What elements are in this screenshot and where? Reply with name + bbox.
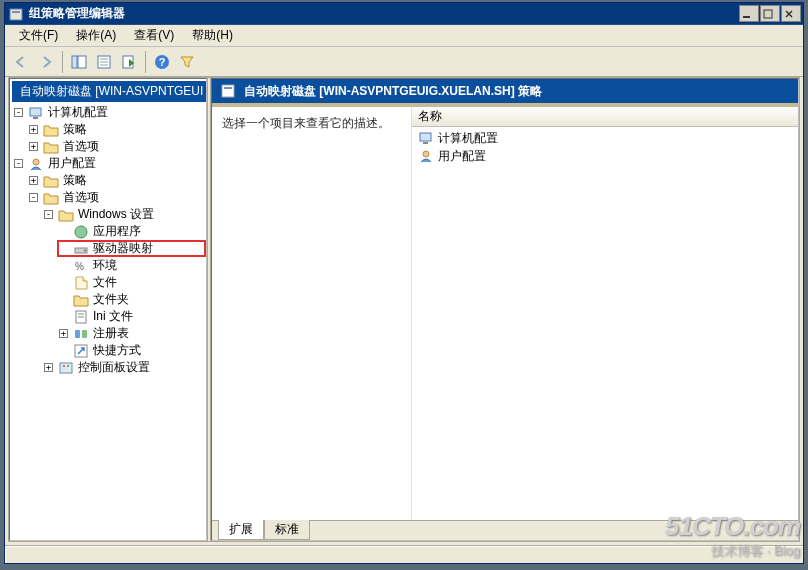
svg-rect-29 <box>60 363 72 373</box>
column-header-name[interactable]: 名称 <box>412 107 798 127</box>
tree-node-environment[interactable]: 环境 <box>91 257 119 274</box>
tree-node-preferences[interactable]: 首选项 <box>61 189 101 206</box>
svg-point-19 <box>75 226 87 238</box>
list-items: 计算机配置 用户配置 <box>412 127 798 165</box>
window-controls <box>739 5 801 22</box>
tree-node-user-config[interactable]: 用户配置 <box>46 155 98 172</box>
detail-header: 自动映射磁盘 [WIN-ASVPNTGEUIG.XUELAN.SH] 策略 <box>212 79 798 107</box>
expander-minus-icon[interactable]: - <box>29 193 38 202</box>
titlebar: 组策略管理编辑器 <box>5 3 803 25</box>
svg-rect-17 <box>33 117 38 119</box>
svg-point-18 <box>33 159 39 165</box>
window-title: 组策略管理编辑器 <box>29 5 125 22</box>
computer-icon <box>28 105 44 121</box>
show-hide-tree-button[interactable] <box>67 50 91 74</box>
expander-plus-icon[interactable]: + <box>59 329 68 338</box>
toolbar: ? <box>5 47 803 77</box>
close-button[interactable] <box>781 5 801 22</box>
drive-icon <box>73 241 89 257</box>
tree-node-applications[interactable]: 应用程序 <box>91 223 143 240</box>
toolbar-separator <box>62 51 63 73</box>
description-column: 选择一个项目来查看它的描述。 <box>212 107 412 520</box>
menu-action[interactable]: 操作(A) <box>68 25 124 46</box>
files-icon <box>73 275 89 291</box>
list-item-label: 用户配置 <box>438 148 486 165</box>
filter-button[interactable] <box>175 50 199 74</box>
menubar: 文件(F) 操作(A) 查看(V) 帮助(H) <box>5 25 803 47</box>
expander-minus-icon[interactable]: - <box>14 108 23 117</box>
tree-node-files[interactable]: 文件 <box>91 274 119 291</box>
tree-node-policies[interactable]: 策略 <box>61 172 89 189</box>
maximize-button[interactable] <box>760 5 780 22</box>
svg-text:?: ? <box>159 56 166 68</box>
menu-file[interactable]: 文件(F) <box>11 25 66 46</box>
folder-icon <box>43 139 59 155</box>
help-button[interactable]: ? <box>150 50 174 74</box>
back-button[interactable] <box>9 50 33 74</box>
content-area: 自动映射磁盘 [WIN-ASVPNTGEUI - 计算机配置 + 策略 + <box>8 77 800 542</box>
svg-point-31 <box>67 365 69 367</box>
user-icon <box>28 156 44 172</box>
tree-node-control-panel[interactable]: 控制面板设置 <box>76 359 152 376</box>
tree-node-folders[interactable]: 文件夹 <box>91 291 131 308</box>
tab-extended[interactable]: 扩展 <box>218 520 264 540</box>
svg-rect-1 <box>12 11 20 13</box>
tree-node-computer-config[interactable]: 计算机配置 <box>46 104 110 121</box>
list-item[interactable]: 用户配置 <box>418 147 798 165</box>
ini-file-icon <box>73 309 89 325</box>
detail-pane: 自动映射磁盘 [WIN-ASVPNTGEUIG.XUELAN.SH] 策略 选择… <box>211 78 799 541</box>
tree-node-registry[interactable]: 注册表 <box>91 325 131 342</box>
highlighted-drive-maps: 驱动器映射 <box>57 240 206 257</box>
description-text: 选择一个项目来查看它的描述。 <box>222 116 390 130</box>
minimize-button[interactable] <box>739 5 759 22</box>
svg-point-36 <box>423 151 429 157</box>
tree-root-selected[interactable]: 自动映射磁盘 [WIN-ASVPNTGEUI <box>12 81 206 102</box>
applications-icon <box>73 224 89 240</box>
folder-icon <box>43 122 59 138</box>
svg-rect-27 <box>82 330 87 338</box>
svg-point-21 <box>84 249 86 251</box>
tree-node-ini-files[interactable]: Ini 文件 <box>91 308 135 325</box>
svg-rect-3 <box>764 10 772 18</box>
tree-root-label: 自动映射磁盘 [WIN-ASVPNTGEUI <box>20 83 203 100</box>
expander-minus-icon[interactable]: - <box>44 210 53 219</box>
svg-rect-33 <box>224 87 232 89</box>
expander-minus-icon[interactable]: - <box>14 159 23 168</box>
svg-text:%: % <box>75 261 84 272</box>
menu-help[interactable]: 帮助(H) <box>184 25 241 46</box>
tab-standard[interactable]: 标准 <box>264 520 310 540</box>
svg-rect-6 <box>72 56 77 68</box>
list-column: 名称 计算机配置 用户配置 <box>412 107 798 520</box>
tree-pane: 自动映射磁盘 [WIN-ASVPNTGEUI - 计算机配置 + 策略 + <box>9 78 207 541</box>
tree-node-shortcuts[interactable]: 快捷方式 <box>91 342 143 359</box>
control-panel-icon <box>58 360 74 376</box>
forward-button[interactable] <box>34 50 58 74</box>
svg-point-30 <box>63 365 65 367</box>
detail-body: 选择一个项目来查看它的描述。 名称 计算机配置 用户配置 <box>212 107 798 520</box>
expander-plus-icon[interactable]: + <box>29 176 38 185</box>
shortcut-icon <box>73 343 89 359</box>
tree-node-windows-settings[interactable]: Windows 设置 <box>76 206 156 223</box>
list-item[interactable]: 计算机配置 <box>418 129 798 147</box>
expander-plus-icon[interactable]: + <box>44 363 53 372</box>
list-item-label: 计算机配置 <box>438 130 498 147</box>
svg-rect-0 <box>10 9 22 20</box>
expander-plus-icon[interactable]: + <box>29 125 38 134</box>
tree-node-drive-maps[interactable]: 驱动器映射 <box>91 240 155 257</box>
svg-rect-26 <box>75 330 80 338</box>
export-list-button[interactable] <box>117 50 141 74</box>
tree-node-policies[interactable]: 策略 <box>61 121 89 138</box>
svg-rect-2 <box>743 16 750 18</box>
status-bar <box>5 545 803 563</box>
properties-button[interactable] <box>92 50 116 74</box>
svg-rect-34 <box>420 133 431 141</box>
svg-rect-35 <box>423 142 428 144</box>
svg-rect-7 <box>78 56 86 68</box>
registry-icon <box>73 326 89 342</box>
menu-view[interactable]: 查看(V) <box>126 25 182 46</box>
svg-rect-32 <box>222 85 234 97</box>
expander-plus-icon[interactable]: + <box>29 142 38 151</box>
app-window: 组策略管理编辑器 文件(F) 操作(A) 查看(V) 帮助(H) ? 自动映射磁… <box>4 2 804 564</box>
policy-tree[interactable]: - 计算机配置 + 策略 + 首选项 <box>12 102 206 538</box>
tree-node-preferences[interactable]: 首选项 <box>61 138 101 155</box>
